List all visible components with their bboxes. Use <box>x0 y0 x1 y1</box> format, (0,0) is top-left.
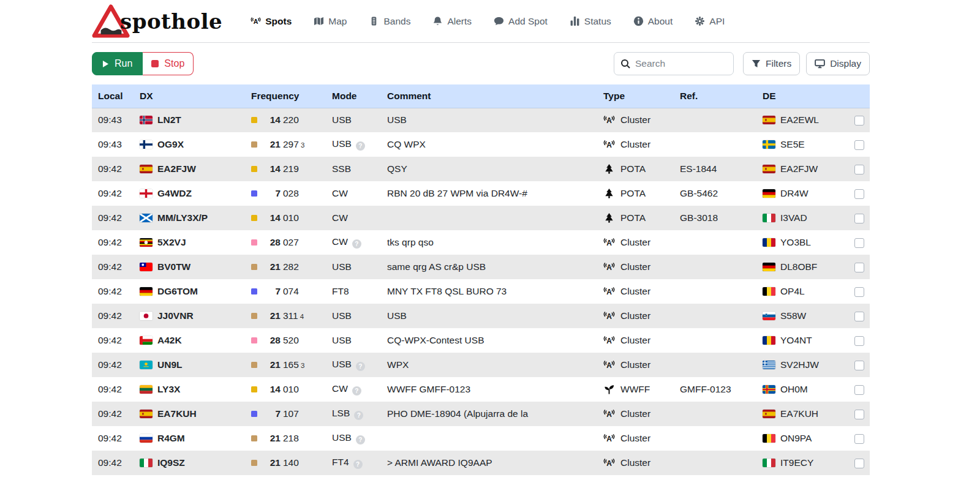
col-header-local: Local <box>92 84 134 108</box>
spot-checkbox[interactable] <box>854 287 864 297</box>
brand-logo[interactable]: spothole <box>92 4 222 39</box>
type-wrap: ACluster <box>603 359 674 370</box>
nav-item-map[interactable]: Map <box>314 16 347 27</box>
filters-button[interactable]: Filters <box>743 52 800 75</box>
nav-item-label: API <box>709 16 725 27</box>
dx-country-flag <box>140 189 153 198</box>
de-country-flag <box>763 459 775 467</box>
spot-checkbox[interactable] <box>854 434 864 444</box>
de-callsign: EA2FJW <box>780 163 818 174</box>
ref-cell <box>674 328 756 353</box>
spot-row: 09:42MM/LY3X/P14010CWPOTAGB-3018I3VAD <box>92 206 870 230</box>
de-callsign: ON9PA <box>780 433 812 443</box>
spot-checkbox[interactable] <box>854 385 864 395</box>
search-input[interactable] <box>614 52 734 75</box>
mode-help-icon[interactable]: ? <box>352 386 361 396</box>
select-cell <box>848 426 870 451</box>
comment-cell: same qrg AS cr&p USB <box>381 255 597 279</box>
nav-item-spots[interactable]: ASpots <box>251 16 292 27</box>
freq-khz: 311 <box>283 310 298 321</box>
ref-cell <box>674 230 756 255</box>
frequency-cell: 21218 <box>245 426 326 451</box>
spot-checkbox[interactable] <box>854 116 864 126</box>
spot-row: 09:42UN9L211653USB?WPXAClusterSV2HJW <box>92 353 870 377</box>
stop-button[interactable]: Stop <box>143 52 194 75</box>
mode-value: USB <box>332 310 352 321</box>
spot-checkbox[interactable] <box>854 214 864 223</box>
de-callsign: EA7KUH <box>780 408 818 419</box>
type-cell: ACluster <box>597 353 674 377</box>
spot-row: 09:42R4GM21218USB?AClusterON9PA <box>92 426 870 451</box>
mode-help-icon[interactable]: ? <box>356 435 365 444</box>
type-label: Cluster <box>620 261 650 272</box>
frequency: 21218 <box>251 433 326 444</box>
spot-row: 09:425X2VJ28027CW?tks qrp qsoAClusterYO3… <box>92 230 870 255</box>
display-button[interactable]: Display <box>806 52 870 75</box>
run-stop-group: Run Stop <box>92 52 194 75</box>
de-cell: YO3BL <box>756 230 848 255</box>
spot-checkbox[interactable] <box>854 361 864 370</box>
mode-help-icon[interactable]: ? <box>353 460 363 469</box>
antenna-icon: A <box>603 408 615 419</box>
antenna-icon: A <box>603 286 615 297</box>
type-cell: POTA <box>597 157 674 181</box>
de-country-flag <box>763 165 775 173</box>
dx-callsign: A42K <box>157 335 182 345</box>
select-cell <box>848 279 870 304</box>
time-cell: 09:42 <box>92 328 134 353</box>
time-cell: 09:42 <box>92 451 134 475</box>
band-color-square <box>251 337 257 343</box>
time-cell: 09:42 <box>92 377 134 402</box>
de-cell: EA2EWL <box>756 108 848 132</box>
spot-checkbox[interactable] <box>854 165 864 174</box>
de-country-flag <box>763 385 775 394</box>
spot-checkbox[interactable] <box>854 140 864 150</box>
select-cell <box>848 402 870 426</box>
spot-checkbox[interactable] <box>854 336 864 346</box>
mode-cell: USB <box>326 255 381 279</box>
mode-help-icon[interactable]: ? <box>352 239 361 249</box>
nav-item-api[interactable]: API <box>695 16 725 27</box>
frequency: 14010 <box>251 212 326 223</box>
nav-item-add-spot[interactable]: Add Spot <box>494 16 548 27</box>
spot-checkbox[interactable] <box>854 312 864 321</box>
frequency: 211653 <box>251 359 326 370</box>
mode-help-icon[interactable]: ? <box>356 141 365 151</box>
spot-checkbox[interactable] <box>854 263 864 272</box>
dx-callsign: JJ0VNR <box>157 310 194 321</box>
mode-help-icon[interactable]: ? <box>354 411 363 420</box>
spot-checkbox[interactable] <box>854 238 864 248</box>
band-color-square <box>251 288 257 294</box>
type-cell: ACluster <box>597 402 674 426</box>
mode-value: USB <box>332 335 352 345</box>
type-wrap: ACluster <box>603 310 674 321</box>
mode-help-icon[interactable]: ? <box>356 362 365 371</box>
mode-value: LSB <box>332 408 350 418</box>
time-cell: 09:42 <box>92 304 134 328</box>
type-label: Cluster <box>620 286 650 297</box>
frequency-cell: 213114 <box>245 304 326 328</box>
ref-cell <box>674 402 756 426</box>
svg-text:A: A <box>606 288 612 296</box>
nav-item-label: About <box>648 16 673 27</box>
dx-country-flag <box>140 336 153 345</box>
mode-cell: FT8 <box>326 279 381 304</box>
dx-callsign: EA7KUH <box>157 408 197 419</box>
spot-checkbox[interactable] <box>854 410 864 419</box>
de-country-flag <box>763 140 775 149</box>
type-label: WWFF <box>620 384 650 395</box>
freq-khz: 297 <box>283 139 299 150</box>
spot-checkbox[interactable] <box>854 459 864 468</box>
nav-item-status[interactable]: Status <box>570 16 611 27</box>
de-country-flag <box>763 287 775 296</box>
dx-cell: MM/LY3X/P <box>134 206 245 230</box>
nav-item-label: Add Spot <box>508 16 548 27</box>
nav-item-alerts[interactable]: Alerts <box>432 16 472 27</box>
antenna-icon: A <box>603 237 615 248</box>
nav-item-about[interactable]: About <box>633 16 673 27</box>
freq-mhz: 21 <box>263 457 281 468</box>
spot-row: 09:42DG6TOM7074FT8MNY TX FT8 QSL BURO 73… <box>92 279 870 304</box>
run-button[interactable]: Run <box>92 52 143 75</box>
spot-checkbox[interactable] <box>854 189 864 199</box>
nav-item-bands[interactable]: Bands <box>369 16 410 27</box>
